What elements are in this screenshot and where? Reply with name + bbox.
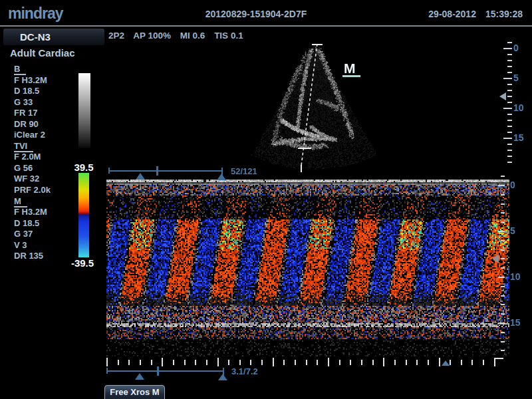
time-tick bbox=[483, 360, 484, 365]
time-tick bbox=[428, 360, 429, 365]
sweep-handle-left-icon[interactable] bbox=[135, 373, 144, 380]
ruler-tick bbox=[501, 194, 505, 196]
sweep-track[interactable] bbox=[106, 370, 224, 372]
time-tick bbox=[140, 360, 141, 365]
time-tick bbox=[106, 358, 108, 366]
sweep-handle-right-icon[interactable] bbox=[218, 374, 227, 380]
ruler-tick bbox=[501, 249, 505, 251]
time-tick bbox=[339, 360, 340, 365]
ruler-tick bbox=[507, 66, 512, 67]
ruler-tick bbox=[507, 90, 512, 91]
cine-handle-right-icon[interactable] bbox=[217, 174, 226, 180]
time-tick bbox=[372, 360, 374, 365]
ruler-tick bbox=[501, 332, 505, 333]
time-tick bbox=[295, 360, 296, 365]
imaging-parameters: BF H3.2MD 18.5G 33FR 17DR 90iClear 2TVIF… bbox=[14, 64, 51, 262]
param-line: iClear 2 bbox=[14, 130, 51, 141]
time-tick bbox=[151, 360, 152, 365]
sweep-left-end bbox=[106, 368, 108, 374]
time-tick bbox=[383, 358, 384, 366]
velocity-scale-max: 39.5 bbox=[68, 162, 100, 173]
time-tick bbox=[173, 360, 174, 365]
depth-label: 10 bbox=[513, 102, 529, 113]
param-line: WF 32 bbox=[14, 174, 51, 185]
cine-frame-counter: 52/121 bbox=[231, 166, 257, 176]
ruler-tick bbox=[503, 138, 512, 139]
tvi-color-bar bbox=[78, 173, 89, 257]
param-line: G 37 bbox=[14, 229, 51, 240]
ruler-tick bbox=[503, 48, 512, 49]
time-tick bbox=[461, 360, 462, 365]
time-tick bbox=[128, 360, 130, 365]
time-tick bbox=[217, 358, 219, 366]
sweep-position-bar[interactable] bbox=[157, 366, 159, 376]
current-frame-tick bbox=[301, 165, 302, 172]
time-tick bbox=[206, 360, 207, 365]
time-marker-icon[interactable] bbox=[442, 360, 450, 366]
param-line: V 3 bbox=[14, 240, 51, 251]
ruler-tick bbox=[501, 267, 505, 269]
param-line: M bbox=[14, 196, 51, 207]
time-tick bbox=[439, 358, 440, 366]
mi-value: MI 0.6 bbox=[180, 31, 205, 41]
time-tick bbox=[328, 358, 329, 366]
ruler-tick bbox=[507, 120, 512, 121]
time-tick bbox=[350, 360, 351, 365]
time-tick bbox=[261, 360, 263, 365]
ruler-tick bbox=[507, 84, 512, 85]
free-xros-m-button[interactable]: Free Xros M bbox=[104, 385, 165, 399]
depth-label: 15 bbox=[513, 132, 529, 143]
acoustic-status-line: 2P2 AP 100% MI 0.6 TIS 0.1 bbox=[108, 31, 250, 41]
ultrasound-screen: mindray 20120829-151904-2D7F 29-08-20121… bbox=[0, 0, 532, 399]
ruler-tick bbox=[501, 295, 505, 297]
ruler-tick bbox=[507, 96, 512, 97]
ruler-tick bbox=[498, 277, 505, 278]
time-text: 15:39:28 bbox=[485, 9, 523, 19]
time-tick bbox=[306, 360, 307, 365]
param-line: D 18.5 bbox=[14, 86, 51, 97]
ruler-tick bbox=[501, 258, 505, 259]
time-tick bbox=[239, 360, 241, 365]
param-line: DR 135 bbox=[14, 251, 51, 262]
ruler-tick bbox=[507, 102, 512, 103]
ruler-tick bbox=[507, 150, 512, 151]
cine-position-bar[interactable] bbox=[156, 166, 158, 176]
2d-echo-image bbox=[233, 39, 399, 172]
exam-preset: Adult Cardiac bbox=[10, 47, 75, 59]
cine-track[interactable] bbox=[108, 170, 223, 172]
ruler-tick bbox=[501, 203, 505, 205]
acoustic-power: AP 100% bbox=[133, 31, 171, 41]
cine-handle-left-icon[interactable] bbox=[136, 173, 145, 180]
time-tick bbox=[162, 358, 163, 366]
ruler-tick bbox=[507, 54, 512, 55]
param-line: F H3.2M bbox=[14, 207, 51, 218]
focus-marker-mmode-icon[interactable] bbox=[492, 254, 499, 263]
param-line: B bbox=[14, 64, 51, 75]
depth-label: 10 bbox=[510, 271, 526, 282]
ruler-tick bbox=[501, 313, 505, 315]
ruler-tick bbox=[507, 144, 512, 145]
param-line: DR 90 bbox=[14, 119, 51, 130]
ruler-tick bbox=[501, 304, 505, 305]
grayscale-bar bbox=[78, 73, 90, 148]
mindray-logo: mindray bbox=[8, 5, 63, 23]
ruler-tick bbox=[507, 132, 512, 133]
depth-label: 0 bbox=[510, 180, 526, 190]
time-tick bbox=[118, 360, 119, 365]
param-line: D 18.5 bbox=[14, 218, 51, 229]
depth-label: 5 bbox=[513, 72, 529, 83]
time-tick bbox=[273, 358, 274, 366]
time-tick bbox=[361, 360, 362, 365]
time-tick bbox=[406, 360, 407, 365]
model-header: DC-N3 bbox=[3, 29, 104, 45]
datetime: 29-08-201215:39:28 bbox=[419, 9, 523, 19]
ruler-tick bbox=[503, 108, 512, 109]
topbar-divider bbox=[0, 25, 532, 27]
depth-label: 5 bbox=[510, 225, 526, 236]
focus-marker-2d-icon[interactable] bbox=[499, 92, 506, 100]
ruler-tick bbox=[507, 60, 512, 61]
ruler-tick bbox=[498, 185, 505, 186]
depth-label: 0 bbox=[513, 43, 529, 53]
depth-label: 15 bbox=[510, 317, 526, 328]
param-line: F H3.2M bbox=[14, 75, 51, 86]
